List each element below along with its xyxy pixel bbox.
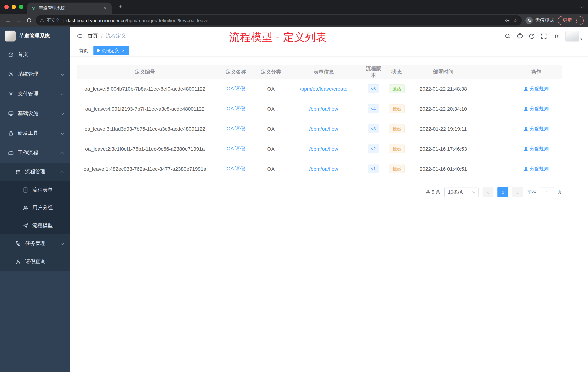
person-icon [523,106,528,111]
page-size-value: 10条/页 [448,189,464,196]
url-text[interactable]: dashboard.yudao.iocoder.cn/bpm/manager/d… [66,18,502,23]
definition-name-link[interactable]: OA 请假 [227,86,245,92]
chevron-down-icon [472,190,475,193]
sidebar-item-home[interactable]: 首页 [0,45,70,65]
sidebar-item-process-management[interactable]: 流程管理 [0,163,70,181]
definition-category: OA [259,79,283,99]
assign-rule-link[interactable]: 分配规则 [523,106,549,112]
version-tag: v4 [368,104,379,113]
help-icon[interactable]: ? [528,32,536,40]
tag-home[interactable]: 首页 [76,46,91,55]
sidebar-item-label: 流程管理 [25,169,57,175]
new-tab-button[interactable]: + [116,3,124,11]
collapse-sidebar-icon[interactable] [76,33,82,39]
gear-icon [8,71,14,77]
security-label[interactable]: 不安全 [47,17,60,23]
sidebar-item-label: 工作流程 [18,150,57,156]
font-size-icon[interactable]: TT [552,32,560,40]
user-menu[interactable]: ▾ [566,31,582,41]
navbar-actions: ? TT ▾ [504,31,582,41]
assign-rule-link[interactable]: 分配规则 [523,86,549,92]
prev-page-button[interactable]: ‹ [483,187,494,197]
browser-tab[interactable]: 芋道管理系统 × [27,2,112,14]
sidebar-item-system-management[interactable]: 系统管理 [0,65,70,84]
tab-title: 芋道管理系统 [39,5,99,11]
page-1-button[interactable]: 1 [497,187,508,197]
form-link[interactable]: /bpm/oa/flow [309,126,338,132]
lock-icon [8,130,14,136]
sidebar-item-process-form[interactable]: 流程表单 [0,181,70,199]
version-tag: v1 [368,164,379,173]
search-icon[interactable] [504,32,512,40]
back-button[interactable]: ← [4,17,12,23]
update-button[interactable]: 更新 ⋮ [558,16,584,25]
next-page-button[interactable]: › [512,187,523,197]
sidebar-item-payment-management[interactable]: ¥ 支付管理 [0,84,70,104]
github-icon[interactable] [516,32,524,40]
definition-name-link[interactable]: OA 请假 [227,166,245,172]
list-icon [15,169,21,175]
breadcrumb-separator: / [101,33,103,39]
goto-page-input[interactable] [540,187,554,197]
table-row: oa_leave:1:482ec033-762a-11ec-8477-a2380… [77,159,562,179]
assign-rule-link[interactable]: 分配规则 [523,126,549,132]
status-tag: 挂起 [389,104,405,113]
user-avatar[interactable] [566,31,579,41]
zoom-window-button[interactable] [19,5,23,9]
form-link[interactable]: /bpm/oa/flow [309,166,338,172]
sidebar-item-infrastructure[interactable]: 基础设施 [0,104,70,123]
address-bar[interactable]: ⚠ 不安全 | dashboard.yudao.iocoder.cn/bpm/m… [36,15,522,25]
breadcrumb-home[interactable]: 首页 [88,33,98,39]
tag-close-icon[interactable]: × [121,48,126,53]
definition-category: OA [259,139,283,159]
pagination: 共 5 条 10条/页 ‹ 1 › 前往 页 [77,187,562,197]
person-icon [523,126,528,131]
sidebar-item-task-management[interactable]: 任务管理 [0,234,70,253]
col-definition-id: 定义编号 [77,65,213,79]
status-tag: 挂起 [389,164,405,173]
reload-button[interactable] [26,17,32,23]
form-link[interactable]: /bpm/oa/flow [309,106,338,112]
breadcrumb-current: 流程定义 [106,33,126,39]
assign-rule-link[interactable]: 分配规则 [523,146,549,152]
forward-button[interactable]: → [15,17,22,23]
definition-id: oa_leave:4:991f2193-7b7f-11ec-a3c8-acde4… [77,99,213,119]
fullscreen-icon[interactable] [540,32,548,40]
close-window-button[interactable] [4,5,9,9]
form-link[interactable]: /bpm/oa/leave/create [300,86,347,92]
monitor-icon [8,111,14,117]
page-size-select[interactable]: 10条/页 [444,187,479,197]
sidebar-item-dev-tools[interactable]: 研发工具 [0,123,70,143]
browser-window: 芋道管理系统 × + ← → ⚠ 不安全 | dashboard.yudao.i… [0,0,588,27]
definition-name-link[interactable]: OA 请假 [227,106,245,112]
tag-process-definition[interactable]: 流程定义 × [94,46,129,55]
minimize-window-button[interactable] [12,5,16,9]
version-tag: v2 [368,144,379,153]
chevron-down-icon [61,111,64,115]
chevron-up-icon [61,152,64,155]
definition-name-link[interactable]: OA 请假 [227,126,245,132]
assign-rule-link[interactable]: 分配规则 [523,166,549,172]
sidebar-item-workflow[interactable]: 工作流程 [0,143,70,163]
key-icon[interactable] [505,18,510,23]
deploy-time: 2022-01-22 20:34:10 [411,99,476,119]
app-frame: 芋道管理系统 首页 系统管理 ¥ 支付管理 基础设施 [0,27,588,372]
definition-id: oa_leave:3:1fad3d93-7b75-11ec-a3c8-acde4… [77,119,213,139]
sidebar-item-label: 用户分组 [32,204,64,211]
tab-search-caret-icon[interactable] [580,5,584,8]
tag-label: 流程定义 [101,47,119,54]
update-kebab-icon: ⋮ [574,18,579,23]
sidebar-item-label: 支付管理 [18,91,57,97]
sidebar-logo[interactable]: 芋道管理系统 [0,27,70,45]
incognito-label: 无痕模式 [535,17,554,24]
users-icon [22,205,29,211]
definition-name-link[interactable]: OA 请假 [227,146,245,152]
form-link[interactable]: /bpm/oa/flow [309,146,338,152]
sidebar-item-process-model[interactable]: 流程模型 [0,217,70,234]
sidebar-item-user-group[interactable]: 用户分组 [0,199,70,217]
incognito-indicator: 无痕模式 [525,17,554,24]
sidebar-item-leave-query[interactable]: 请假查询 [0,253,70,271]
tag-label: 首页 [79,47,88,54]
bookmark-star-icon[interactable]: ☆ [513,17,517,23]
tab-close-icon[interactable]: × [102,5,108,11]
